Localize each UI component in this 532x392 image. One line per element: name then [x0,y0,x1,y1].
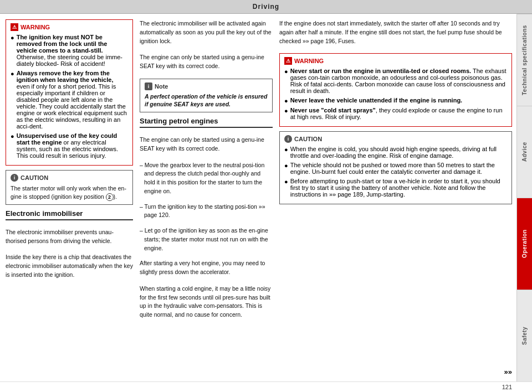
warning-box-left: ⚠ WARNING ● The ignition key must NOT be… [6,19,133,166]
immobiliser-body2: Inside the key there is a chip that deac… [6,253,133,279]
warning-bullet-3: ● Unsupervised use of the key could star… [11,132,128,159]
left-column: ⚠ WARNING ● The ignition key must NOT be… [6,19,133,376]
bullet-dot-3: ● [11,133,14,159]
tab-operation[interactable]: Operation [517,198,532,290]
warning-title-left: WARNING [21,24,50,30]
mid-body3: The engine can only be started using a g… [140,136,273,153]
bullet-dot-1: ● [11,34,14,67]
warning-text-2: Always remove the key from the ignition … [17,70,128,130]
mid-body2: The engine can only be started using a g… [140,53,273,71]
warning-box-right: ⚠ WARNING ● Never start or run the engin… [279,53,512,127]
mid-body4: After starting a very hot engine, you ma… [140,259,273,277]
right-warning-text-2: Never leave the vehicle unattended if th… [290,97,463,104]
right-bullet-dot-2: ● [284,97,288,104]
right-caution-dot-2: ● [284,162,288,175]
right-caution-text-1: When the engine is cold, you should avoi… [290,146,507,159]
right-caution-dot-1: ● [284,146,288,159]
header-title: Driving [253,3,279,11]
right-warning-text-1: Never start or run the engine in unventi… [290,68,507,94]
mid-dash-3: – Let go of the ignition key as soon as … [140,226,273,252]
caution-text-left: The starter motor will only work when th… [11,184,128,201]
right-bullet-dot-1: ● [284,68,288,94]
right-caution-dot-3: ● [284,178,288,198]
middle-column: The electronic immobiliser will be activ… [140,19,273,376]
content-area: ⚠ WARNING ● The ignition key must NOT be… [0,14,516,381]
warning-title-right: WARNING [294,58,324,64]
warning-icon-right: ⚠ [284,57,292,65]
warning-header-right: ⚠ WARNING [284,57,507,65]
note-title: Note [155,83,168,90]
caution-icon-right: i [284,135,292,143]
note-icon: i [145,82,152,90]
caution-icon-left: i [11,174,18,182]
right-caution-bullet-1: ● When the engine is cold, you should av… [284,146,507,159]
circle-num-2: 2 [106,193,114,201]
caution-header-right: i CAUTION [284,135,507,143]
right-warning-bullet-3: ● Never use "cold start sprays", they co… [284,107,507,120]
dbl-arrow-right: »» [279,363,512,376]
tab-technical-specifications[interactable]: Technical specifications [517,14,532,106]
note-text: A perfect operation of the vehicle is en… [145,92,268,109]
tab-safety[interactable]: Safety [517,290,532,381]
caution-box-right: i CAUTION ● When the engine is cold, you… [279,131,512,204]
right-column: If the engine does not start immediately… [279,19,512,376]
right-warning-text-3: Never use "cold start sprays", they coul… [290,107,507,120]
page-footer: 121 [0,381,532,392]
right-warning-bullet-1: ● Never start or run the engine in unven… [284,68,507,94]
note-box: i Note A perfect operation of the vehicl… [140,79,273,112]
mid-body5: When starting a cold engine, it may be a… [140,285,273,319]
mid-body1: The electronic immobiliser will be activ… [140,19,273,45]
mid-dash-1: – Move the gearbox lever to the neutral … [140,161,273,196]
right-bullet-dot-3: ● [284,107,288,120]
caution-title-right: CAUTION [294,136,322,142]
caution-title-left: CAUTION [21,174,48,181]
caution-box-left: i CAUTION The starter motor will only wo… [6,170,133,205]
right-caution-text-3: Before attempting to push-start or tow a… [290,178,507,198]
right-warning-bullet-2: ● Never leave the vehicle unattended if … [284,97,507,104]
warning-icon-left: ⚠ [11,23,18,31]
right-body1: If the engine does not start immediately… [279,19,512,45]
warning-text-3: Unsupervised use of the key could start … [17,132,128,159]
page-container: Driving ⚠ WARNING ● The ignition key mus… [0,0,532,392]
warning-bullet-2: ● Always remove the key from the ignitio… [11,70,128,130]
mid-dash-2: – Turn the ignition key to the starting … [140,203,273,220]
right-caution-bullet-2: ● The vehicle should not be pushed or to… [284,162,507,175]
note-header: i Note [145,82,268,90]
right-caution-bullet-3: ● Before attempting to push-start or tow… [284,178,507,198]
main-content: ⚠ WARNING ● The ignition key must NOT be… [0,14,532,381]
warning-text-1: The ignition key must NOT be removed fro… [17,34,128,67]
immobiliser-body1: The electronic immobiliser prevents unau… [6,228,133,246]
warning-bullet-1: ● The ignition key must NOT be removed f… [11,34,128,67]
page-header: Driving [0,0,532,14]
warning-header-left: ⚠ WARNING [11,23,128,31]
caution-header-left: i CAUTION [11,174,128,182]
section-heading-petrol: Starting petrol engines [140,117,273,128]
page-number: 121 [502,384,512,390]
right-sidebar: Technical specifications Advice Operatio… [516,14,532,381]
right-caution-text-2: The vehicle should not be pushed or towe… [290,162,507,175]
section-heading-immobiliser: Electronic immobiliser [6,209,133,220]
bullet-dot-2: ● [11,70,14,130]
tab-advice[interactable]: Advice [517,106,532,198]
